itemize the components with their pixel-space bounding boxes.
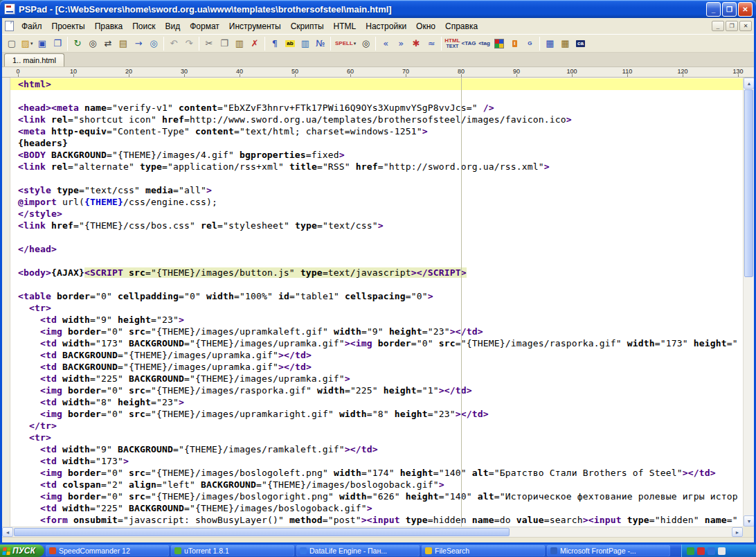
horizontal-scroll-track[interactable] (13, 527, 732, 537)
scroll-up-arrow[interactable]: ▲ (744, 78, 754, 89)
code-line[interactable]: <img border="0" src="{THEME}/images/bosl… (18, 490, 743, 502)
vertical-scrollbar[interactable]: ▲ ▼ (743, 78, 754, 527)
code-line[interactable] (18, 90, 743, 102)
code-line[interactable]: <td BACKGROUND="{THEME}/images/upramka.g… (18, 361, 743, 373)
code-line[interactable]: <td BACKGROUND="{THEME}/images/upramka.g… (18, 349, 743, 361)
indent-guides-icon[interactable]: ▥ (298, 36, 313, 51)
menu-item-search[interactable]: Поиск (127, 19, 160, 33)
save-file-icon[interactable]: ▣ (35, 36, 50, 51)
code-line[interactable]: <img border="0" src="{THEME}/images/upra… (18, 326, 743, 337)
new-file-icon[interactable]: ▢ (4, 36, 19, 51)
web-search-icon[interactable]: ◎ (358, 36, 373, 51)
mdi-minimize-button[interactable]: _ (712, 21, 724, 31)
code-line[interactable]: </head> (18, 243, 743, 255)
code-line[interactable]: <BODY BACKGROUND="{THEME}/images/4.gif" … (18, 149, 743, 161)
redo-icon[interactable]: ↷ (181, 36, 197, 51)
tray-status-icon-white[interactable] (718, 547, 726, 555)
tag-uppercase-icon[interactable]: <TAG (461, 36, 477, 51)
code-line[interactable]: <td width="173" BACKGROUND="{THEME}/imag… (18, 337, 743, 349)
find-icon[interactable]: ◎ (85, 36, 100, 51)
scroll-right-arrow[interactable]: ► (732, 527, 743, 537)
tag-lowercase-icon[interactable]: <tag (476, 36, 492, 51)
code-line[interactable]: <td width="173"> (18, 455, 743, 467)
spell-check-button[interactable]: SPELL▾ (333, 36, 358, 51)
task-datalife-engine[interactable]: DataLife Engine - Пан... (296, 545, 420, 556)
menu-item-view[interactable]: Вид (160, 19, 185, 33)
menu-item-format[interactable]: Формат (185, 19, 224, 33)
mdi-restore-button[interactable]: ❐ (726, 21, 738, 31)
tray-status-icon-green[interactable] (687, 547, 694, 555)
horizontal-scrollbar[interactable]: ◄ ► (2, 527, 743, 537)
code-line[interactable]: <link rel="alternate" type="application/… (18, 161, 743, 173)
code-line[interactable]: <style type="text/css" media="all"> (18, 184, 743, 196)
special-chars-icon[interactable]: ✱ (408, 36, 424, 51)
vertical-scroll-track[interactable] (744, 89, 754, 515)
frame-tools-icon[interactable]: ▦ (557, 36, 573, 51)
mdi-close-button[interactable]: ✕ (739, 21, 752, 31)
minimize-button[interactable]: _ (706, 2, 721, 17)
menu-item-help[interactable]: Справка (440, 19, 483, 33)
outdent-icon[interactable]: « (378, 36, 393, 51)
tray-status-icon-red[interactable] (697, 547, 705, 555)
code-line[interactable]: <head><meta name="verify-v1" content="Eb… (18, 102, 743, 114)
menu-item-html[interactable]: HTML (329, 19, 361, 33)
code-line[interactable]: </tr> (18, 420, 743, 432)
code-line[interactable]: <img border="0" src="{THEME}/images/upra… (18, 408, 743, 420)
vertical-scroll-thumb[interactable] (744, 89, 753, 277)
show-formatting-icon[interactable]: ¶ (267, 36, 282, 51)
code-line[interactable]: <td width="9" BACKGROUND="{THEME}/images… (18, 443, 743, 455)
html-text-switch-icon[interactable]: HTMLTEXT (444, 36, 460, 51)
table-tools-icon[interactable]: ▦ (542, 36, 557, 51)
highlight-text-icon[interactable]: ab (282, 36, 298, 51)
color-palette-icon[interactable] (492, 36, 507, 51)
copy-icon[interactable]: ❐ (217, 36, 232, 51)
code-line[interactable]: <td width="8" height="23"> (18, 396, 743, 408)
info-icon[interactable]: i (507, 36, 522, 51)
tray-status-icon-blue[interactable] (708, 547, 715, 555)
code-line[interactable]: </style> (18, 208, 743, 220)
code-line[interactable]: <link rel="shortcut icon" href=http://ww… (18, 114, 743, 125)
code-line[interactable]: <link href="{THEME}/css/bos.css" rel="st… (18, 220, 743, 231)
code-line[interactable]: @import url({THEME}/css/engine.css); (18, 196, 743, 208)
horizontal-scroll-thumb[interactable] (14, 528, 510, 536)
code-line[interactable]: <html> (10, 78, 743, 90)
code-line[interactable]: <body>{AJAX}<SCRIPT src="{THEME}/images/… (18, 267, 743, 278)
menu-item-projects[interactable]: Проекты (47, 19, 90, 33)
code-line[interactable] (18, 255, 743, 267)
task-speedcommander[interactable]: SpeedCommander 12 (46, 545, 169, 556)
code-line[interactable]: {headers} (18, 137, 743, 149)
indent-icon[interactable]: » (393, 36, 408, 51)
goto-line-icon[interactable]: → (131, 36, 146, 51)
cut-icon[interactable]: ✂ (201, 36, 217, 51)
menu-item-tools[interactable]: Инструменты (224, 19, 286, 33)
find-in-files-icon[interactable]: ▤ (116, 36, 131, 51)
code-line[interactable]: <form onsubmit="javascript: showBusyLaye… (18, 514, 743, 526)
code-line[interactable]: <img border="0" src="{THEME}/images/bosl… (18, 467, 743, 479)
code-line[interactable]: <img border="0" src="{THEME}/images/rasp… (18, 384, 743, 396)
copy-file-icon[interactable]: ❐ (50, 36, 65, 51)
menu-item-settings[interactable]: Настройки (361, 19, 411, 33)
reopen-file-icon[interactable]: ↻ (70, 36, 85, 51)
delete-icon[interactable]: ✗ (247, 36, 262, 51)
tab-main-html[interactable]: 1.. main.html (4, 53, 64, 67)
code-line[interactable]: <td width="9" height="23"> (18, 314, 743, 326)
undo-icon[interactable]: ↶ (166, 36, 181, 51)
code-line[interactable] (18, 173, 743, 184)
menu-item-scripts[interactable]: Скрипты (286, 19, 329, 33)
find-replace-icon[interactable]: ⇄ (100, 36, 116, 51)
google-search-icon[interactable]: G (522, 36, 537, 51)
task-utorrent[interactable]: uTorrent 1.8.1 (171, 545, 294, 556)
reformat-code-icon[interactable]: ≈ (424, 36, 439, 51)
code-line[interactable]: <td width="225" BACKGROUND="{THEME}/imag… (18, 373, 743, 384)
zoom-icon[interactable]: ◎ (146, 36, 161, 51)
open-file-icon[interactable]: ▨▾ (19, 36, 35, 51)
task-filesearch[interactable]: FileSearch (422, 545, 545, 556)
code-line[interactable]: <td colspan="2" align="left" BACKGROUND=… (18, 479, 743, 490)
menu-item-edit[interactable]: Правка (90, 19, 128, 33)
code-line[interactable]: <meta http-equiv="Content-Type" content=… (18, 125, 743, 137)
menu-item-window[interactable]: Окно (411, 19, 440, 33)
scroll-left-arrow[interactable]: ◄ (2, 527, 13, 537)
code-console-icon[interactable]: ca (573, 36, 588, 51)
code-editor[interactable]: <html><head><meta name="verify-v1" conte… (10, 78, 743, 527)
code-line[interactable]: <tr> (18, 432, 743, 443)
